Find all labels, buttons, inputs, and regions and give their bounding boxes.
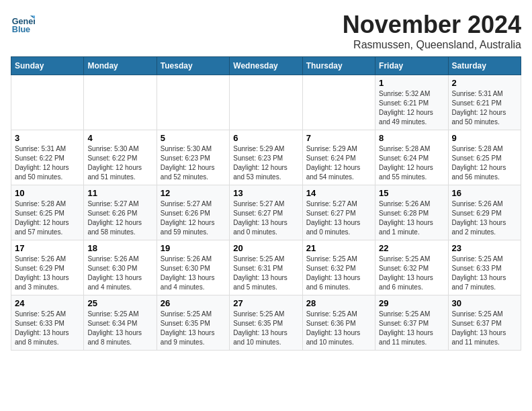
day-info: Sunrise: 5:25 AM Sunset: 6:34 PM Dayligh… — [87, 310, 152, 347]
day-number: 19 — [161, 243, 226, 253]
day-info: Sunrise: 5:27 AM Sunset: 6:27 PM Dayligh… — [306, 199, 371, 237]
day-number: 30 — [452, 298, 517, 308]
calendar-cell — [11, 75, 84, 130]
day-number: 18 — [87, 243, 152, 253]
day-info: Sunrise: 5:25 AM Sunset: 6:37 PM Dayligh… — [452, 310, 517, 347]
day-number: 15 — [379, 188, 444, 198]
calendar-cell: 21Sunrise: 5:25 AM Sunset: 6:32 PM Dayli… — [302, 240, 375, 295]
day-info: Sunrise: 5:25 AM Sunset: 6:36 PM Dayligh… — [306, 310, 371, 347]
calendar-cell: 14Sunrise: 5:27 AM Sunset: 6:27 PM Dayli… — [302, 185, 375, 240]
weekday-header-thursday: Thursday — [302, 57, 375, 75]
day-number: 21 — [306, 243, 371, 253]
day-number: 22 — [379, 243, 444, 253]
day-number: 28 — [306, 298, 371, 308]
calendar-cell: 1Sunrise: 5:32 AM Sunset: 6:21 PM Daylig… — [375, 75, 448, 130]
day-info: Sunrise: 5:25 AM Sunset: 6:35 PM Dayligh… — [161, 310, 226, 347]
day-info: Sunrise: 5:26 AM Sunset: 6:29 PM Dayligh… — [15, 255, 80, 292]
weekday-header-tuesday: Tuesday — [157, 57, 229, 75]
calendar-cell: 16Sunrise: 5:26 AM Sunset: 6:29 PM Dayli… — [448, 185, 521, 240]
day-number: 8 — [379, 133, 444, 143]
calendar-cell: 20Sunrise: 5:25 AM Sunset: 6:31 PM Dayli… — [230, 240, 302, 295]
calendar-cell: 24Sunrise: 5:25 AM Sunset: 6:33 PM Dayli… — [11, 295, 84, 351]
day-number: 25 — [87, 298, 152, 308]
calendar-cell: 15Sunrise: 5:26 AM Sunset: 6:28 PM Dayli… — [375, 185, 448, 240]
weekday-header-friday: Friday — [375, 57, 448, 75]
day-number: 26 — [161, 298, 226, 308]
day-info: Sunrise: 5:25 AM Sunset: 6:37 PM Dayligh… — [379, 310, 444, 347]
weekday-header-sunday: Sunday — [11, 57, 84, 75]
calendar-cell: 18Sunrise: 5:26 AM Sunset: 6:30 PM Dayli… — [84, 240, 157, 295]
calendar-row-0: 1Sunrise: 5:32 AM Sunset: 6:21 PM Daylig… — [11, 75, 521, 130]
calendar-cell: 17Sunrise: 5:26 AM Sunset: 6:29 PM Dayli… — [11, 240, 84, 295]
page-header: General Blue November 2024 Rasmussen, Qu… — [11, 11, 521, 51]
day-number: 24 — [15, 298, 80, 308]
calendar-cell: 10Sunrise: 5:28 AM Sunset: 6:25 PM Dayli… — [11, 185, 84, 240]
weekday-header-saturday: Saturday — [448, 57, 521, 75]
calendar-cell: 22Sunrise: 5:25 AM Sunset: 6:32 PM Dayli… — [375, 240, 448, 295]
day-info: Sunrise: 5:30 AM Sunset: 6:23 PM Dayligh… — [161, 144, 226, 182]
day-number: 27 — [233, 298, 298, 308]
day-number: 23 — [452, 243, 517, 253]
month-title: November 2024 — [343, 11, 521, 39]
calendar-cell: 9Sunrise: 5:28 AM Sunset: 6:25 PM Daylig… — [448, 130, 521, 185]
calendar-row-2: 10Sunrise: 5:28 AM Sunset: 6:25 PM Dayli… — [11, 185, 521, 240]
day-info: Sunrise: 5:26 AM Sunset: 6:28 PM Dayligh… — [379, 199, 444, 237]
calendar-cell: 3Sunrise: 5:31 AM Sunset: 6:22 PM Daylig… — [11, 130, 84, 185]
calendar-cell: 28Sunrise: 5:25 AM Sunset: 6:36 PM Dayli… — [302, 295, 375, 351]
day-number: 6 — [233, 133, 298, 143]
day-info: Sunrise: 5:31 AM Sunset: 6:22 PM Dayligh… — [15, 144, 80, 182]
calendar-cell: 8Sunrise: 5:28 AM Sunset: 6:24 PM Daylig… — [375, 130, 448, 185]
day-number: 4 — [87, 133, 152, 143]
calendar-cell: 7Sunrise: 5:29 AM Sunset: 6:24 PM Daylig… — [302, 130, 375, 185]
day-number: 29 — [379, 298, 444, 308]
day-number: 11 — [87, 188, 152, 198]
calendar-cell: 23Sunrise: 5:25 AM Sunset: 6:33 PM Dayli… — [448, 240, 521, 295]
day-info: Sunrise: 5:29 AM Sunset: 6:23 PM Dayligh… — [233, 144, 298, 182]
calendar-cell: 5Sunrise: 5:30 AM Sunset: 6:23 PM Daylig… — [157, 130, 229, 185]
calendar-cell: 30Sunrise: 5:25 AM Sunset: 6:37 PM Dayli… — [448, 295, 521, 351]
day-number: 14 — [306, 188, 371, 198]
weekday-header-monday: Monday — [84, 57, 157, 75]
calendar-cell: 19Sunrise: 5:26 AM Sunset: 6:30 PM Dayli… — [157, 240, 229, 295]
weekday-header-row: SundayMondayTuesdayWednesdayThursdayFrid… — [11, 57, 521, 75]
calendar-cell — [84, 75, 157, 130]
calendar-cell: 27Sunrise: 5:25 AM Sunset: 6:35 PM Dayli… — [230, 295, 302, 351]
day-info: Sunrise: 5:25 AM Sunset: 6:31 PM Dayligh… — [233, 255, 298, 292]
calendar-row-1: 3Sunrise: 5:31 AM Sunset: 6:22 PM Daylig… — [11, 130, 521, 185]
day-info: Sunrise: 5:27 AM Sunset: 6:26 PM Dayligh… — [161, 199, 226, 237]
logo-icon: General Blue — [11, 11, 35, 35]
calendar-cell: 13Sunrise: 5:27 AM Sunset: 6:27 PM Dayli… — [230, 185, 302, 240]
day-number: 9 — [452, 133, 517, 143]
day-number: 1 — [379, 78, 444, 88]
day-number: 12 — [161, 188, 226, 198]
calendar-cell: 4Sunrise: 5:30 AM Sunset: 6:22 PM Daylig… — [84, 130, 157, 185]
calendar-cell: 12Sunrise: 5:27 AM Sunset: 6:26 PM Dayli… — [157, 185, 229, 240]
day-info: Sunrise: 5:26 AM Sunset: 6:29 PM Dayligh… — [452, 199, 517, 237]
day-info: Sunrise: 5:28 AM Sunset: 6:25 PM Dayligh… — [452, 144, 517, 182]
day-number: 13 — [233, 188, 298, 198]
calendar-row-4: 24Sunrise: 5:25 AM Sunset: 6:33 PM Dayli… — [11, 295, 521, 351]
day-info: Sunrise: 5:27 AM Sunset: 6:27 PM Dayligh… — [233, 199, 298, 237]
day-number: 20 — [233, 243, 298, 253]
calendar-cell: 26Sunrise: 5:25 AM Sunset: 6:35 PM Dayli… — [157, 295, 229, 351]
day-info: Sunrise: 5:25 AM Sunset: 6:33 PM Dayligh… — [15, 310, 80, 347]
day-info: Sunrise: 5:25 AM Sunset: 6:32 PM Dayligh… — [306, 255, 371, 292]
day-info: Sunrise: 5:25 AM Sunset: 6:35 PM Dayligh… — [233, 310, 298, 347]
day-info: Sunrise: 5:31 AM Sunset: 6:21 PM Dayligh… — [452, 89, 517, 127]
day-info: Sunrise: 5:29 AM Sunset: 6:24 PM Dayligh… — [306, 144, 371, 182]
calendar-cell — [230, 75, 302, 130]
day-info: Sunrise: 5:30 AM Sunset: 6:22 PM Dayligh… — [87, 144, 152, 182]
title-section: November 2024 Rasmussen, Queensland, Aus… — [343, 11, 521, 51]
day-info: Sunrise: 5:28 AM Sunset: 6:25 PM Dayligh… — [15, 199, 80, 237]
calendar-cell — [157, 75, 229, 130]
calendar-table: SundayMondayTuesdayWednesdayThursdayFrid… — [11, 56, 521, 351]
day-number: 7 — [306, 133, 371, 143]
day-info: Sunrise: 5:32 AM Sunset: 6:21 PM Dayligh… — [379, 89, 444, 127]
day-number: 5 — [161, 133, 226, 143]
weekday-header-wednesday: Wednesday — [230, 57, 302, 75]
day-number: 2 — [452, 78, 517, 88]
svg-text:Blue: Blue — [12, 25, 30, 34]
calendar-cell: 25Sunrise: 5:25 AM Sunset: 6:34 PM Dayli… — [84, 295, 157, 351]
day-number: 17 — [15, 243, 80, 253]
calendar-cell: 29Sunrise: 5:25 AM Sunset: 6:37 PM Dayli… — [375, 295, 448, 351]
